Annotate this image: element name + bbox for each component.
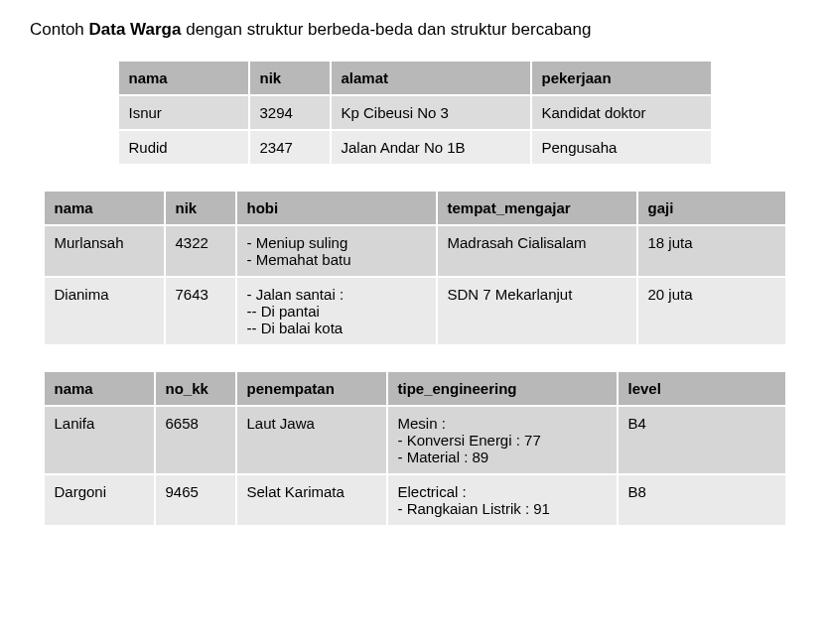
hobi-line: - Memahat batu: [247, 251, 426, 268]
hobi-line: -- Di balai kota: [247, 320, 426, 336]
cell-hobi: - Jalan santai : -- Di pantai -- Di bala…: [237, 278, 436, 344]
cell-nik: 2347: [250, 131, 330, 164]
cell-nama: Isnur: [119, 96, 248, 129]
col-penempatan: penempatan: [237, 372, 386, 405]
eng-line: - Material : 89: [398, 449, 607, 465]
col-nama: nama: [45, 372, 154, 405]
eng-line: - Konversi Energi : 77: [398, 432, 607, 449]
hobi-line: -- Di pantai: [247, 303, 426, 320]
cell-nama: Dianima: [45, 278, 164, 344]
col-no-kk: no_kk: [156, 372, 235, 405]
cell-tipe-engineering: Mesin : - Konversi Energi : 77 - Materia…: [388, 407, 617, 473]
cell-level: B4: [619, 407, 785, 473]
eng-line: Electrical :: [398, 483, 607, 500]
col-pekerjaan: pekerjaan: [532, 62, 711, 94]
cell-nama: Lanifa: [45, 407, 154, 473]
cell-alamat: Jalan Andar No 1B: [332, 131, 530, 164]
col-alamat: alamat: [332, 62, 530, 94]
cell-nik: 4322: [166, 226, 235, 276]
cell-nama: Murlansah: [45, 226, 164, 276]
cell-tempat-mengajar: SDN 7 Mekarlanjut: [438, 278, 636, 344]
cell-nik: 3294: [250, 96, 330, 129]
table-row: Murlansah 4322 - Meniup suling - Memahat…: [45, 226, 785, 276]
table-row: Isnur 3294 Kp Cibeusi No 3 Kandidat dokt…: [119, 96, 711, 129]
cell-no-kk: 9465: [156, 475, 235, 525]
table-row: Dianima 7643 - Jalan santai : -- Di pant…: [45, 278, 785, 344]
eng-line: Mesin :: [398, 415, 607, 432]
data-warga-table-1: nama nik alamat pekerjaan Isnur 3294 Kp …: [117, 60, 713, 166]
page-title: Contoh Data Warga dengan struktur berbed…: [30, 20, 799, 40]
hobi-line: - Jalan santai :: [247, 286, 426, 303]
cell-tipe-engineering: Electrical : - Rangkaian Listrik : 91: [388, 475, 617, 525]
col-nik: nik: [250, 62, 330, 94]
table-row: Rudid 2347 Jalan Andar No 1B Pengusaha: [119, 131, 711, 164]
cell-no-kk: 6658: [156, 407, 235, 473]
hobi-line: - Meniup suling: [247, 234, 426, 251]
cell-level: B8: [619, 475, 785, 525]
data-warga-table-2: nama nik hobi tempat_mengajar gaji Murla…: [43, 190, 787, 346]
title-suffix: dengan struktur berbeda-beda dan struktu…: [181, 20, 591, 39]
col-nik: nik: [166, 192, 235, 224]
table-row: Lanifa 6658 Laut Jawa Mesin : - Konversi…: [45, 407, 785, 473]
col-tempat-mengajar: tempat_mengajar: [438, 192, 636, 224]
eng-line: - Rangkaian Listrik : 91: [398, 500, 607, 517]
cell-gaji: 18 juta: [638, 226, 785, 276]
table-row: Dargoni 9465 Selat Karimata Electrical :…: [45, 475, 785, 525]
cell-pekerjaan: Kandidat doktor: [532, 96, 711, 129]
cell-tempat-mengajar: Madrasah Cialisalam: [438, 226, 636, 276]
cell-penempatan: Selat Karimata: [237, 475, 386, 525]
cell-hobi: - Meniup suling - Memahat batu: [237, 226, 436, 276]
col-nama: nama: [45, 192, 164, 224]
data-warga-table-3: nama no_kk penempatan tipe_engineering l…: [43, 370, 787, 527]
col-hobi: hobi: [237, 192, 436, 224]
col-level: level: [619, 372, 785, 405]
cell-pekerjaan: Pengusaha: [532, 131, 711, 164]
title-prefix: Contoh: [30, 20, 89, 39]
col-gaji: gaji: [638, 192, 785, 224]
cell-penempatan: Laut Jawa: [237, 407, 386, 473]
cell-nik: 7643: [166, 278, 235, 344]
title-bold: Data Warga: [89, 20, 182, 39]
cell-nama: Dargoni: [45, 475, 154, 525]
cell-alamat: Kp Cibeusi No 3: [332, 96, 530, 129]
cell-gaji: 20 juta: [638, 278, 785, 344]
col-nama: nama: [119, 62, 248, 94]
col-tipe-engineering: tipe_engineering: [388, 372, 617, 405]
cell-nama: Rudid: [119, 131, 248, 164]
